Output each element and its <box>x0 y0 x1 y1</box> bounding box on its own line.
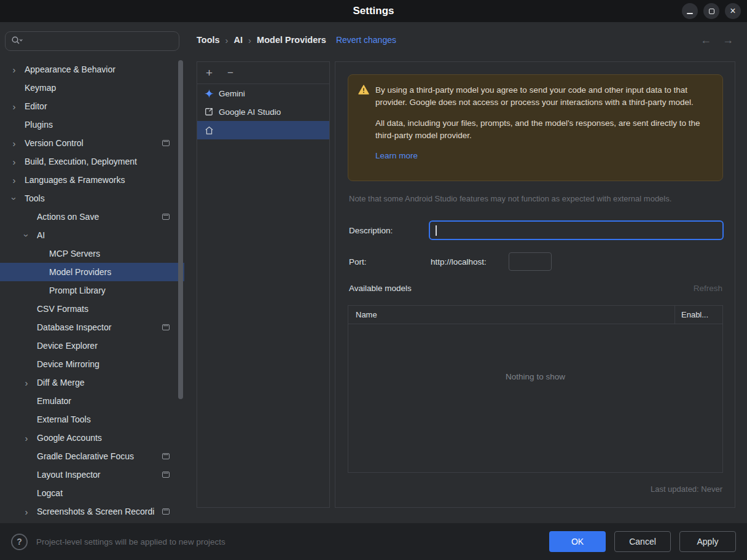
description-input[interactable] <box>430 222 722 239</box>
text-caret <box>436 225 437 236</box>
chevron-right-icon[interactable]: › <box>7 157 21 166</box>
sidebar-item-device-explorer[interactable]: ›Device Explorer <box>0 336 184 355</box>
project-level-settings-icon <box>162 472 170 478</box>
sidebar-item-ai[interactable]: ›AI <box>0 226 184 244</box>
sidebar-scrollbar[interactable] <box>178 60 183 399</box>
sidebar-item-label: Emulator <box>37 396 160 406</box>
maximize-icon <box>709 9 714 14</box>
available-models-label: Available models <box>349 284 412 293</box>
chevron-down-icon[interactable]: › <box>10 192 19 205</box>
sidebar-item-mcp-servers[interactable]: ›MCP Servers <box>0 244 184 263</box>
learn-more-link[interactable]: Learn more <box>375 150 418 162</box>
sidebar-item-keymap[interactable]: ›Keymap <box>0 79 184 97</box>
models-table-header: Name Enabl... <box>348 306 722 324</box>
search-input[interactable] <box>27 32 179 50</box>
refresh-link[interactable]: Refresh <box>694 284 722 293</box>
chevron-right-icon[interactable]: › <box>7 176 21 185</box>
sidebar-item-label: Tools <box>25 193 160 203</box>
column-header-name[interactable]: Name <box>348 306 675 324</box>
chevron-right-icon[interactable]: › <box>20 378 33 387</box>
apply-button[interactable]: Apply <box>679 531 736 552</box>
port-input[interactable] <box>509 252 552 271</box>
sidebar-item-label: Languages & Frameworks <box>25 175 160 185</box>
sidebar-item-label: Logcat <box>37 488 160 498</box>
footer-hint: Project-level settings will be applied t… <box>36 537 225 546</box>
search-box[interactable] <box>5 31 179 51</box>
revert-changes-link[interactable]: Revert changes <box>336 35 396 45</box>
sidebar-item-plugins[interactable]: ›Plugins <box>0 115 184 134</box>
sidebar-item-label: Editor <box>25 101 160 111</box>
sidebar-item-model-providers[interactable]: ›Model Providers <box>0 263 184 281</box>
ok-button[interactable]: OK <box>549 531 606 552</box>
sidebar-item-appearance-behavior[interactable]: ›Appearance & Behavior <box>0 60 184 79</box>
chevron-right-icon[interactable]: › <box>7 139 21 148</box>
project-level-settings-icon <box>162 324 170 330</box>
provider-list: GeminiGoogle AI Studio <box>197 84 329 139</box>
sidebar-item-label: Diff & Merge <box>37 378 160 387</box>
sidebar-item-layout-inspector[interactable]: ›Layout Inspector <box>0 465 184 484</box>
close-button[interactable] <box>725 3 741 19</box>
sidebar-item-diff-merge[interactable]: ›Diff & Merge <box>0 373 184 392</box>
sidebar-item-languages-frameworks[interactable]: ›Languages & Frameworks <box>0 171 184 189</box>
provider-item-new[interactable] <box>197 121 329 139</box>
sidebar-item-logcat[interactable]: ›Logcat <box>0 484 184 502</box>
sidebar-item-gradle-declarative-focus[interactable]: ›Gradle Declarative Focus <box>0 447 184 465</box>
breadcrumb-separator-icon <box>248 35 251 45</box>
sidebar-item-device-mirroring[interactable]: ›Device Mirroring <box>0 355 184 373</box>
add-provider-icon[interactable] <box>206 67 213 79</box>
chevron-down-icon[interactable]: › <box>22 228 31 242</box>
cancel-button[interactable]: Cancel <box>614 531 671 552</box>
sidebar-item-label: Device Explorer <box>37 341 160 351</box>
port-label: Port: <box>349 257 367 266</box>
provider-item-label: Gemini <box>219 89 245 98</box>
warning-paragraph-2: All data, including your files, prompts,… <box>375 117 707 142</box>
chevron-right-icon[interactable]: › <box>20 434 33 443</box>
sidebar-item-prompt-library[interactable]: ›Prompt Library <box>0 281 184 300</box>
port-prefix-text: http://localhost: <box>431 257 487 266</box>
sidebar-item-label: Appearance & Behavior <box>25 64 160 74</box>
breadcrumb-ai[interactable]: AI <box>234 35 243 45</box>
chevron-right-icon[interactable]: › <box>7 65 21 74</box>
sidebar-item-tools[interactable]: ›Tools <box>0 189 184 208</box>
window-controls <box>682 3 741 19</box>
project-level-settings-icon <box>162 140 170 146</box>
sidebar-item-emulator[interactable]: ›Emulator <box>0 392 184 410</box>
providers-panel: GeminiGoogle AI Studio <box>197 61 330 508</box>
forward-arrow-icon[interactable] <box>722 34 733 47</box>
remove-provider-icon[interactable] <box>227 68 233 78</box>
sidebar-item-editor[interactable]: ›Editor <box>0 97 184 115</box>
back-arrow-icon[interactable] <box>700 34 711 47</box>
sidebar-item-label: Screenshots & Screen Recordi <box>37 507 160 516</box>
window-title: Settings <box>353 5 394 17</box>
minimize-button[interactable] <box>682 3 698 19</box>
sidebar-item-label: Layout Inspector <box>37 470 160 480</box>
provider-item-gemini[interactable]: Gemini <box>197 84 329 103</box>
sidebar-item-csv-formats[interactable]: ›CSV Formats <box>0 300 184 318</box>
project-level-settings-icon <box>162 453 170 459</box>
breadcrumb-tools[interactable]: Tools <box>197 35 220 45</box>
provider-item-google-ai-studio[interactable]: Google AI Studio <box>197 103 329 121</box>
breadcrumb: Tools AI Model Providers Revert changes <box>184 22 747 58</box>
sidebar-item-build-execution-deployment[interactable]: ›Build, Execution, Deployment <box>0 152 184 171</box>
sidebar-item-label: Build, Execution, Deployment <box>25 157 160 166</box>
sidebar-item-google-accounts[interactable]: ›Google Accounts <box>0 429 184 447</box>
sidebar-item-label: AI <box>37 230 160 240</box>
history-nav <box>700 22 733 58</box>
maximize-button[interactable] <box>703 3 719 19</box>
chevron-right-icon[interactable]: › <box>7 102 21 111</box>
google-ai-studio-icon <box>204 107 214 117</box>
sidebar-item-database-inspector[interactable]: ›Database Inspector <box>0 318 184 336</box>
sidebar-item-screenshots-screen-recordi[interactable]: ›Screenshots & Screen Recordi <box>0 502 184 521</box>
sidebar-item-label: Model Providers <box>49 267 160 277</box>
chevron-right-icon[interactable]: › <box>20 507 33 516</box>
column-header-enabled[interactable]: Enabl... <box>675 306 722 324</box>
empty-state-text: Nothing to show <box>506 372 565 381</box>
models-table: Name Enabl... Nothing to show <box>348 305 723 473</box>
sidebar-item-label: MCP Servers <box>49 249 160 259</box>
sidebar-item-version-control[interactable]: ›Version Control <box>0 134 184 152</box>
sidebar-item-actions-on-save[interactable]: ›Actions on Save <box>0 208 184 226</box>
help-button[interactable] <box>11 534 28 550</box>
home-icon <box>204 125 214 135</box>
sidebar-item-label: External Tools <box>37 414 160 424</box>
sidebar-item-external-tools[interactable]: ›External Tools <box>0 410 184 429</box>
